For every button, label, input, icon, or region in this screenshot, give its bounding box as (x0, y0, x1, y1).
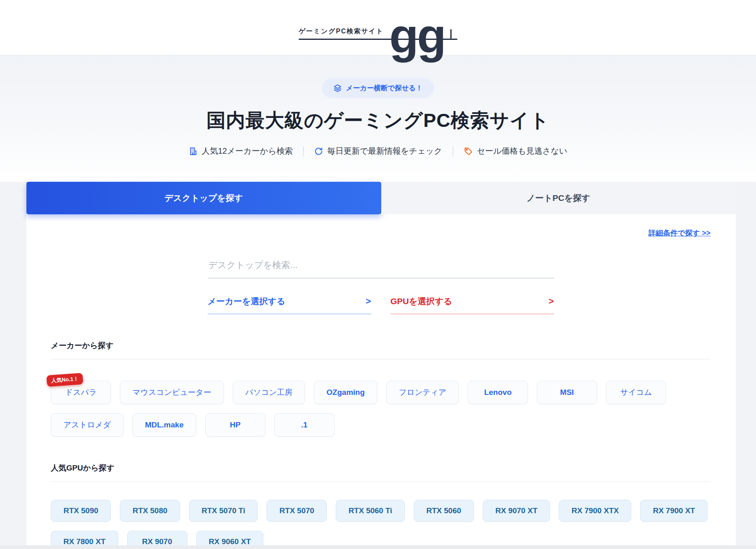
maker-chip-mouse[interactable]: マウスコンピューター (120, 381, 224, 404)
gpu-chip-label: RTX 5070 Ti (202, 506, 245, 515)
maker-chip-mdlmake[interactable]: MDL.make (133, 413, 196, 437)
advanced-search-link[interactable]: 詳細条件で探す >> (648, 229, 710, 237)
maker-chip-msi[interactable]: MSI (537, 381, 597, 404)
logo-text: gg (389, 21, 445, 51)
feature-sale: セール価格も見逃さない (464, 146, 567, 157)
site-logo[interactable]: ゲーミングPC検索サイト gg (299, 3, 457, 52)
search-area (208, 257, 554, 279)
maker-chip-pckoubou[interactable]: パソコン工房 (233, 381, 305, 404)
layers-icon (333, 84, 342, 92)
gpu-chip-label: RX 7800 XT (63, 537, 106, 546)
select-row: メーカーを選択する > GPUを選択する > (208, 296, 554, 314)
device-tabs: デスクトップを探す ノートPCを探す (26, 182, 736, 214)
search-input[interactable] (208, 257, 554, 279)
gpu-chip-label: RX 9070 XT (495, 506, 538, 515)
feature-divider (453, 146, 453, 157)
building-icon (189, 147, 198, 156)
gpu-chip-label: RTX 5070 (280, 506, 315, 515)
maker-chip-label: HP (230, 420, 241, 429)
maker-section-title: メーカーから探す (51, 340, 710, 351)
section-divider (51, 481, 710, 482)
maker-chip-list: 人気No.1！ ドスパラ マウスコンピューター パソコン工房 OZgaming … (51, 381, 710, 437)
chevron-right-icon: > (549, 296, 554, 307)
gpu-chip-rx7900xt[interactable]: RX 7900 XT (640, 500, 708, 522)
gpu-chip-rx9070xt[interactable]: RX 9070 XT (483, 500, 550, 522)
maker-chip-sycom[interactable]: サイコム (606, 381, 666, 404)
tab-notebook[interactable]: ノートPCを探す (381, 182, 736, 214)
search-card: デスクトップを探す ノートPCを探す 詳細条件で探す >> メーカーを選択する … (26, 182, 736, 549)
gpu-chip-rtx5080[interactable]: RTX 5080 (120, 500, 180, 522)
maker-chip-label: サイコム (620, 387, 652, 398)
cross-maker-badge-label: メーカー横断で探せる！ (346, 83, 423, 93)
maker-chip-hp[interactable]: HP (205, 413, 265, 437)
gpu-chip-label: RTX 5080 (133, 506, 167, 515)
feature-makers-label: 人気12メーカーから検索 (202, 146, 293, 157)
feature-sale-label: セール価格も見逃さない (477, 146, 567, 157)
tab-desktop[interactable]: デスクトップを探す (26, 182, 381, 214)
maker-chip-label: MDL.make (145, 420, 184, 429)
maker-chip-ozgaming[interactable]: OZgaming (314, 381, 377, 404)
feature-list: 人気12メーカーから検索 毎日更新で最新情報をチェック セール価格も見逃さない (0, 146, 756, 157)
maker-select-button[interactable]: メーカーを選択する > (208, 296, 371, 314)
maker-section: メーカーから探す 人気No.1！ ドスパラ マウスコンピューター パソコン工房 … (51, 340, 710, 437)
gpu-section-title: 人気GPUから探す (51, 463, 710, 473)
maker-chip-label: .1 (301, 420, 308, 429)
gpu-chip-rx7900xtx[interactable]: RX 7900 XTX (559, 500, 631, 522)
maker-chip-label: ドスパラ (65, 387, 97, 398)
maker-chip-label: アストロメダ (63, 420, 111, 430)
maker-select-label: メーカーを選択する (208, 296, 285, 307)
popular-no1-badge: 人気No.1！ (46, 373, 83, 387)
gpu-chip-label: RX 9060 XT (209, 537, 251, 546)
maker-chip-label: マウスコンピューター (133, 387, 211, 398)
page-title: 国内最大級のゲーミングPC検索サイト (0, 108, 756, 133)
feature-daily-update-label: 毎日更新で最新情報をチェック (327, 146, 442, 157)
cross-maker-badge: メーカー横断で探せる！ (322, 78, 434, 98)
chevron-right-icon: > (366, 296, 371, 307)
maker-chip-label: OZgaming (326, 388, 365, 397)
page-bottom-strip (0, 545, 756, 549)
maker-chip-label: フロンティア (399, 387, 446, 398)
maker-chip-label: MSI (560, 388, 574, 397)
section-divider (51, 359, 710, 359)
gpu-section: 人気GPUから探す RTX 5090 RTX 5080 RTX 5070 Ti … (51, 463, 710, 549)
gpu-select-label: GPUを選択する (391, 296, 452, 307)
gpu-chip-rtx5090[interactable]: RTX 5090 (51, 500, 111, 522)
gpu-select-button[interactable]: GPUを選択する > (391, 296, 554, 314)
gpu-chip-label: RX 7900 XT (653, 506, 695, 515)
feature-divider (303, 146, 304, 157)
maker-chip-lenovo[interactable]: Lenovo (468, 381, 528, 404)
gpu-chip-label: RX 9070 (142, 537, 172, 546)
gpu-chip-rtx5070ti[interactable]: RTX 5070 Ti (189, 500, 258, 522)
tag-icon (464, 147, 473, 156)
logo-tagline: ゲーミングPC検索サイト (299, 27, 389, 36)
maker-chip-dot1[interactable]: .1 (274, 413, 335, 437)
gpu-chip-label: RTX 5060 (426, 506, 461, 515)
site-header: ゲーミングPC検索サイト gg (0, 0, 756, 55)
gpu-chip-rtx5060[interactable]: RTX 5060 (414, 500, 474, 522)
hero-section: メーカー横断で探せる！ 国内最大級のゲーミングPC検索サイト 人気12メーカーか… (0, 55, 756, 182)
gpu-chip-rtx5070[interactable]: RTX 5070 (267, 500, 327, 522)
maker-chip-label: パソコン工房 (245, 387, 293, 398)
feature-daily-update: 毎日更新で最新情報をチェック (314, 146, 442, 157)
maker-chip-frontier[interactable]: フロンティア (386, 381, 459, 404)
gpu-chip-list: RTX 5090 RTX 5080 RTX 5070 Ti RTX 5070 R… (51, 500, 710, 549)
gpu-chip-rtx5060ti[interactable]: RTX 5060 Ti (336, 500, 404, 522)
maker-chip-astromeda[interactable]: アストロメダ (51, 413, 124, 437)
refresh-icon (314, 147, 323, 156)
search-content: 詳細条件で探す >> メーカーを選択する > GPUを選択する > メーカーから… (26, 214, 736, 549)
gpu-chip-label: RTX 5060 Ti (348, 506, 392, 515)
gpu-chip-label: RX 7900 XTX (571, 506, 619, 515)
maker-chip-label: Lenovo (484, 388, 512, 397)
gpu-chip-label: RTX 5090 (63, 506, 98, 515)
feature-makers: 人気12メーカーから検索 (189, 146, 293, 157)
maker-chip-dospara[interactable]: 人気No.1！ ドスパラ (51, 381, 111, 404)
advanced-link-row: 詳細条件で探す >> (51, 228, 710, 238)
